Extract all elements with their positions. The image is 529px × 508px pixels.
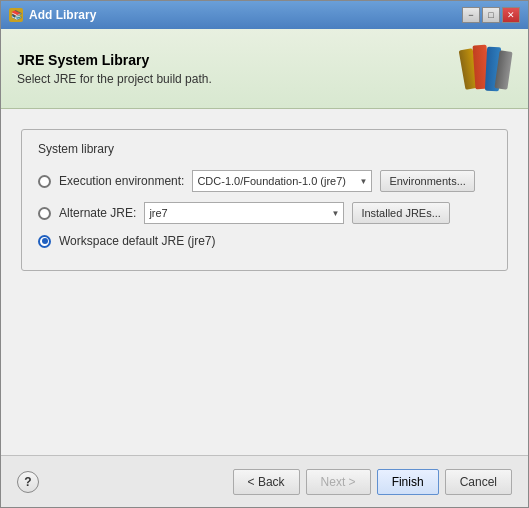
cancel-button[interactable]: Cancel <box>445 469 512 495</box>
workspace-default-label: Workspace default JRE (jre7) <box>59 234 216 248</box>
execution-environment-radio[interactable] <box>38 175 51 188</box>
maximize-button[interactable]: □ <box>482 7 500 23</box>
alternate-jre-dropdown[interactable]: jre7 ▼ <box>144 202 344 224</box>
header-icon-container <box>462 41 512 96</box>
next-button[interactable]: Next > <box>306 469 371 495</box>
footer-right: < Back Next > Finish Cancel <box>233 469 512 495</box>
workspace-default-radio[interactable] <box>38 235 51 248</box>
back-button[interactable]: < Back <box>233 469 300 495</box>
footer: ? < Back Next > Finish Cancel <box>1 455 528 507</box>
title-text: Add Library <box>29 8 96 22</box>
dialog-icon: 📚 <box>9 8 23 22</box>
system-library-group: System library Execution environment: CD… <box>21 129 508 271</box>
title-bar-controls: − □ ✕ <box>462 7 520 23</box>
execution-environment-row: Execution environment: CDC-1.0/Foundatio… <box>38 170 491 192</box>
footer-left: ? <box>17 471 39 493</box>
execution-environment-dropdown-arrow: ▼ <box>359 177 367 186</box>
environments-button[interactable]: Environments... <box>380 170 474 192</box>
header-text: JRE System Library Select JRE for the pr… <box>17 52 212 86</box>
books-icon <box>462 41 510 91</box>
alternate-jre-label: Alternate JRE: <box>59 206 136 220</box>
group-box-title: System library <box>38 142 491 156</box>
close-button[interactable]: ✕ <box>502 7 520 23</box>
help-button[interactable]: ? <box>17 471 39 493</box>
dialog-window: 📚 Add Library − □ ✕ JRE System Library S… <box>0 0 529 508</box>
finish-button[interactable]: Finish <box>377 469 439 495</box>
alternate-jre-dropdown-arrow: ▼ <box>331 209 339 218</box>
alternate-jre-radio[interactable] <box>38 207 51 220</box>
minimize-button[interactable]: − <box>462 7 480 23</box>
alternate-jre-row: Alternate JRE: jre7 ▼ Installed JREs... <box>38 202 491 224</box>
execution-environment-value: CDC-1.0/Foundation-1.0 (jre7) <box>197 175 346 187</box>
workspace-default-row: Workspace default JRE (jre7) <box>38 234 491 248</box>
main-content: System library Execution environment: CD… <box>1 109 528 455</box>
alternate-jre-value: jre7 <box>149 207 167 219</box>
header-title: JRE System Library <box>17 52 212 68</box>
header-subtitle: Select JRE for the project build path. <box>17 72 212 86</box>
installed-jres-button[interactable]: Installed JREs... <box>352 202 449 224</box>
execution-environment-dropdown[interactable]: CDC-1.0/Foundation-1.0 (jre7) ▼ <box>192 170 372 192</box>
title-bar-left: 📚 Add Library <box>9 8 96 22</box>
title-bar: 📚 Add Library − □ ✕ <box>1 1 528 29</box>
execution-environment-label: Execution environment: <box>59 174 184 188</box>
header-section: JRE System Library Select JRE for the pr… <box>1 29 528 109</box>
